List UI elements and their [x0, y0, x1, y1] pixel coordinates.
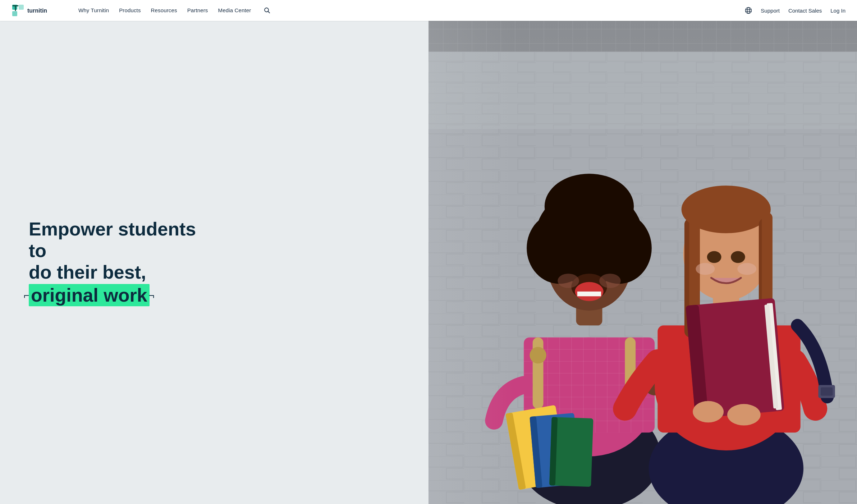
svg-point-7: [747, 8, 750, 14]
nav-link-products[interactable]: Products: [119, 7, 141, 13]
main-navigation: turnitin Why Turnitin Products Resources…: [0, 0, 857, 21]
hero-headline: Empower students to do their best, ⌐ ori…: [29, 219, 201, 306]
hero-highlighted-text: original work: [29, 284, 150, 306]
language-selector-button[interactable]: [745, 7, 752, 14]
svg-point-6: [746, 8, 752, 14]
svg-text:turnitin: turnitin: [27, 8, 47, 14]
primary-nav: Why Turnitin Products Resources Partners…: [78, 7, 251, 14]
logo-link[interactable]: turnitin: [12, 4, 67, 17]
turnitin-logo-icon: [12, 4, 24, 17]
hero-section: Empower students to do their best, ⌐ ori…: [0, 21, 857, 504]
nav-link-media-center[interactable]: Media Center: [218, 7, 251, 13]
nav-item-partners[interactable]: Partners: [187, 7, 208, 14]
nav-item-products[interactable]: Products: [119, 7, 141, 14]
nav-link-resources[interactable]: Resources: [151, 7, 177, 13]
svg-rect-2: [19, 5, 24, 10]
support-link[interactable]: Support: [761, 8, 780, 14]
svg-line-5: [268, 12, 270, 13]
log-in-link[interactable]: Log In: [830, 8, 845, 14]
hero-image-overlay: [428, 21, 857, 504]
navbar-right: Support Contact Sales Log In: [745, 7, 845, 14]
hero-headline-line2: do their best,: [29, 262, 146, 283]
hero-content: Empower students to do their best, ⌐ ori…: [0, 21, 428, 504]
nav-link-partners[interactable]: Partners: [187, 7, 208, 13]
bracket-right-icon: ¬: [148, 290, 154, 301]
svg-rect-1: [12, 11, 17, 16]
hero-headline-line1: Empower students to: [29, 219, 196, 261]
globe-icon: [745, 7, 752, 14]
search-button[interactable]: [262, 6, 272, 15]
hero-image-container: [428, 21, 857, 504]
hero-highlighted-container: ⌐ original work ¬: [29, 285, 150, 306]
nav-item-why-turnitin[interactable]: Why Turnitin: [78, 7, 109, 14]
contact-sales-link[interactable]: Contact Sales: [788, 8, 822, 14]
search-icon: [264, 7, 270, 14]
nav-link-why-turnitin[interactable]: Why Turnitin: [78, 7, 109, 13]
hero-image: [428, 21, 857, 504]
navbar-left: turnitin Why Turnitin Products Resources…: [12, 4, 745, 17]
nav-item-resources[interactable]: Resources: [151, 7, 177, 14]
turnitin-wordmark: turnitin: [27, 6, 67, 14]
nav-item-media-center[interactable]: Media Center: [218, 7, 251, 14]
